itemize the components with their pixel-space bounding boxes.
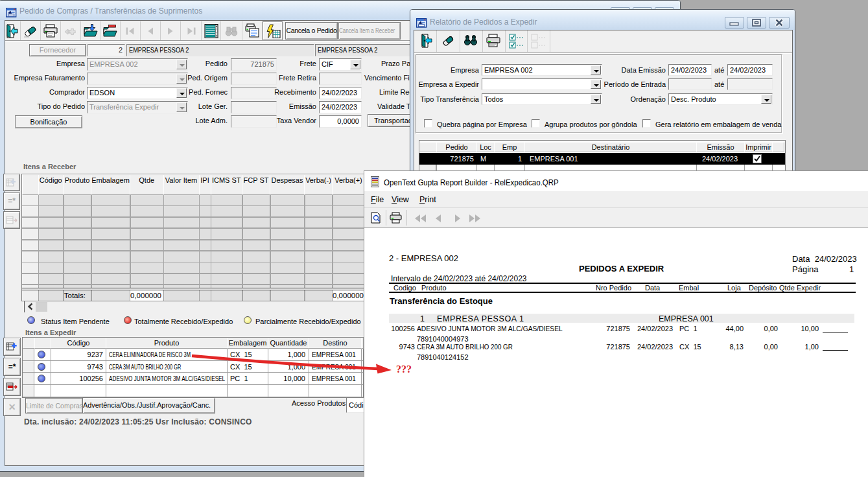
svg-text:???: ??? bbox=[396, 364, 412, 375]
